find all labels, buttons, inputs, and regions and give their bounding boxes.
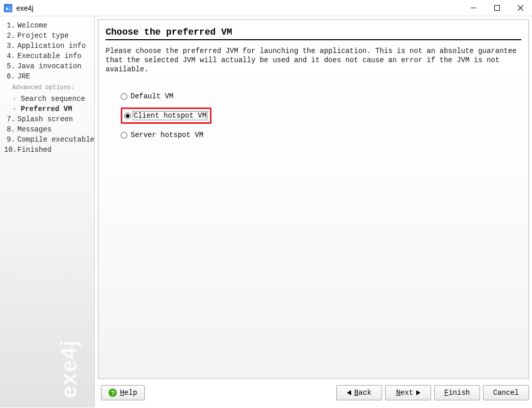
svg-rect-1 (494, 6, 499, 11)
help-button[interactable]: ? Help (101, 385, 145, 400)
client-area: 1.Welcome 2.Project type 3.Application i… (0, 16, 532, 407)
radio-label: Client hotspot VM (133, 112, 207, 120)
close-button[interactable] (509, 1, 532, 16)
back-button[interactable]: Back (336, 385, 382, 400)
vm-options-group: Default VM Client hotspot VM Server hots… (105, 87, 521, 144)
step-welcome[interactable]: 1.Welcome (4, 20, 94, 31)
wizard-footer: ? Help Back Next Finish Cancel (98, 381, 529, 404)
step-java-invocation[interactable]: 5.Java invocation (4, 61, 94, 71)
page-description: Please choose the preferred JVM for laun… (105, 46, 521, 74)
arrow-right-icon (416, 390, 420, 395)
radio-icon (124, 113, 131, 119)
content-panel: Choose the preferred VM Please choose th… (98, 19, 529, 379)
step-splash-screen[interactable]: 7.Splash screen (4, 114, 94, 124)
button-label: Finish (444, 389, 470, 397)
app-icon (4, 4, 12, 12)
step-project-type[interactable]: 2.Project type (4, 31, 94, 41)
annotation-highlight: Client hotspot VM (121, 107, 211, 124)
step-finished[interactable]: 10.Finished (4, 145, 94, 155)
finish-button[interactable]: Finish (434, 385, 480, 400)
radio-client-hotspot-vm[interactable]: Client hotspot VM (121, 105, 521, 126)
brand-watermark: exe4j (56, 340, 82, 398)
step-jre[interactable]: 6.JRE (4, 71, 94, 81)
window-title: exe4j (16, 4, 33, 12)
step-search-sequence[interactable]: Search sequence (4, 94, 94, 104)
minimize-button[interactable] (462, 1, 485, 16)
radio-default-vm[interactable]: Default VM (121, 87, 521, 105)
wizard-steps-sidebar: 1.Welcome 2.Project type 3.Application i… (0, 16, 94, 407)
step-executable-info[interactable]: 4.Executable info (4, 51, 94, 61)
advanced-options-label: Advanced options: (12, 83, 94, 93)
next-button[interactable]: Next (385, 385, 431, 400)
radio-label: Default VM (130, 92, 173, 100)
radio-icon (121, 93, 127, 100)
radio-server-hotspot-vm[interactable]: Server hotspot VM (121, 126, 521, 144)
button-label: Back (354, 389, 371, 397)
step-preferred-vm[interactable]: Preferred VM (4, 104, 94, 114)
radio-icon (121, 132, 127, 139)
help-icon: ? (109, 389, 117, 397)
titlebar: exe4j (0, 0, 532, 16)
step-compile-executable[interactable]: 9.Compile executable (4, 134, 94, 145)
arrow-left-icon (347, 390, 351, 395)
cancel-button[interactable]: Cancel (483, 385, 529, 400)
maximize-button[interactable] (485, 1, 509, 16)
step-application-info[interactable]: 3.Application info (4, 41, 94, 51)
main-panel: Choose the preferred VM Please choose th… (94, 16, 532, 407)
button-label: Cancel (493, 389, 519, 397)
button-label: Next (396, 389, 413, 397)
button-label: Help (120, 389, 137, 397)
page-title: Choose the preferred VM (105, 27, 521, 40)
radio-label: Server hotspot VM (130, 131, 203, 139)
step-messages[interactable]: 8.Messages (4, 124, 94, 134)
